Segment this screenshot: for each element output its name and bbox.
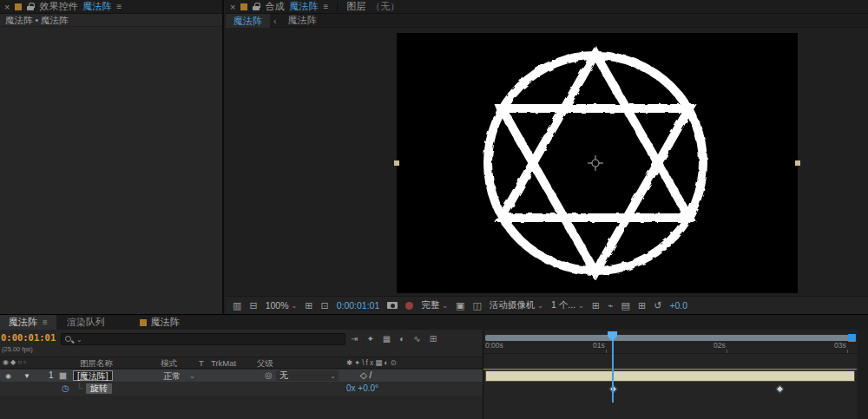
composition-stage <box>226 28 868 296</box>
tab-divider <box>337 2 338 12</box>
snapshot-icon[interactable] <box>387 302 398 309</box>
blend-mode-select[interactable]: 正常 <box>163 370 181 383</box>
property-name[interactable]: 旋转 <box>86 383 112 394</box>
rotation-value[interactable]: 0x +0.0° <box>346 383 378 393</box>
panel-menu-icon[interactable]: ≡ <box>323 2 328 11</box>
resolution-select[interactable]: 完整⌄ <box>421 299 448 311</box>
mini-flowchart-icon[interactable]: ⇥ <box>351 334 358 344</box>
panel-chip-icon <box>15 3 22 10</box>
column-parent[interactable]: 父级 <box>257 358 273 370</box>
layer-index: 1 <box>49 370 54 380</box>
column-layer-name[interactable]: 图层名称 <box>80 358 113 370</box>
layer-duration-bar[interactable] <box>485 370 855 382</box>
timeline-panel: 魔法阵 ≡ 渲染队列 魔法阵 0:00:01:01 (25.00 fps) ⌄ … <box>0 314 868 419</box>
camera-select[interactable]: 活动摄像机⌄ <box>490 299 543 311</box>
timeline-button-icon[interactable]: ▤ <box>621 300 630 311</box>
timeline-left: 0:00:01:01 (25.00 fps) ⌄ ⇥ ✦ ▦ ◐ ∿ ⊞ ◉◆○… <box>0 330 483 419</box>
composition-doc-title[interactable]: 魔法阵 <box>289 0 318 13</box>
chevron-down-icon: ⌄ <box>578 302 584 310</box>
panel-menu-icon[interactable]: ≡ <box>43 318 48 327</box>
frame-blend-icon[interactable]: ▦ <box>383 334 391 344</box>
viewer-lock-icon[interactable]: ▥ <box>233 300 241 311</box>
layer-row[interactable]: ◉ ▼ 1 [魔法阵] 正常 ⌄ ◎ 无 ⌄ ◇ / <box>0 370 483 383</box>
composition-canvas[interactable] <box>397 33 798 293</box>
ruler-label: 03s <box>834 341 846 350</box>
viewer-tabbar: 魔法阵 ‹ 魔法阵 <box>226 14 868 28</box>
column-trkmat[interactable]: TrkMat <box>211 358 236 368</box>
parent-select[interactable]: 无 ⌄ <box>276 370 339 381</box>
mask-visibility-icon[interactable]: ⊡ <box>320 300 328 311</box>
tab-render-queue[interactable]: 渲染队列 <box>56 316 115 329</box>
screen-icon[interactable]: ⊟ <box>249 300 257 311</box>
current-timecode[interactable]: 0:00:01:01 <box>1 332 56 343</box>
ruler-tick <box>606 350 607 353</box>
switches-column-icons: ✱✦\fx▦◐⊙ <box>346 358 398 367</box>
search-icon <box>65 335 74 344</box>
playhead-line[interactable] <box>612 331 614 403</box>
pickwhip-icon[interactable]: ◎ <box>265 370 273 380</box>
close-icon[interactable]: × <box>4 2 10 12</box>
graph-editor-icon[interactable]: ∿ <box>413 334 420 344</box>
transparency-grid-icon[interactable]: ◫ <box>472 300 481 311</box>
viewer-tab-other[interactable]: 魔法阵 <box>280 14 325 27</box>
work-area-end-handle[interactable] <box>848 334 856 342</box>
viewer-tab-active[interactable]: 魔法阵 <box>226 14 270 28</box>
search-input[interactable]: ⌄ <box>61 333 345 345</box>
draft-3d-icon[interactable]: ✦ <box>366 334 373 344</box>
close-icon[interactable]: × <box>230 2 235 12</box>
layer-type-icon <box>59 372 67 380</box>
av-feature-column-icons: ◉◆○▫ <box>3 358 28 366</box>
timeline-main: 0:00:01:01 (25.00 fps) ⌄ ⇥ ✦ ▦ ◐ ∿ ⊞ ◉◆○… <box>0 330 868 419</box>
roi-icon[interactable]: ▣ <box>456 300 464 311</box>
effect-controls-body <box>0 28 222 314</box>
time-ruler[interactable]: 0:00s 01s 02s 03s <box>483 330 868 354</box>
eye-icon[interactable]: ◉ <box>5 372 11 380</box>
exposure-value[interactable]: +0.0 <box>669 300 687 311</box>
stopwatch-icon[interactable]: ◷ <box>62 383 69 393</box>
layer-panel-doc: （无） <box>371 0 399 13</box>
effect-controls-tabstrip: × 效果控件 魔法阵 ≡ <box>0 0 222 14</box>
brainstorm-icon[interactable]: ⊞ <box>430 334 437 344</box>
panel-chip-icon <box>240 3 247 10</box>
flowchart-icon[interactable]: ⊞ <box>638 300 646 311</box>
exposure-reset-icon[interactable]: ↺ <box>654 300 661 311</box>
property-row-rotation[interactable]: ◷ └ 旋转 0x +0.0° <box>0 383 483 396</box>
fast-previews-icon[interactable]: ⌁ <box>608 300 614 311</box>
lock-icon[interactable] <box>253 3 260 10</box>
view-layout-select[interactable]: 1 个...⌄ <box>551 299 584 311</box>
chevron-down-icon: ⌄ <box>291 302 297 310</box>
channels-icon[interactable] <box>405 302 413 310</box>
tab-layer-panel[interactable]: 图层 <box>346 0 365 13</box>
chevron-down-icon: ⌄ <box>330 371 336 382</box>
grid-options-icon[interactable]: ⊞ <box>305 300 312 311</box>
tab-effect-controls[interactable]: 效果控件 <box>39 0 77 13</box>
composition-tabstrip: × 合成 魔法阵 ≡ 图层 （无） <box>226 0 868 14</box>
tab-timeline-comp[interactable]: 魔法阵 ≡ <box>0 315 56 330</box>
comp-timecode[interactable]: 0:00:01:01 <box>337 300 380 311</box>
chevron-left-icon[interactable]: ‹ <box>270 16 280 26</box>
chevron-down-icon: ⌄ <box>442 302 448 310</box>
motion-blur-icon[interactable]: ◐ <box>399 334 404 344</box>
column-t[interactable]: T <box>199 358 204 368</box>
effect-controls-doc-title[interactable]: 魔法阵 <box>82 0 111 13</box>
lock-icon[interactable] <box>27 3 34 10</box>
tab-timeline-comp2[interactable]: 魔法阵 <box>140 316 180 329</box>
timeline-tabstrip: 魔法阵 ≡ 渲染队列 魔法阵 <box>0 315 868 330</box>
panel-menu-icon[interactable]: ≡ <box>116 2 122 11</box>
zoom-select[interactable]: 100%⌄ <box>266 300 298 311</box>
twirl-down-icon[interactable]: ▼ <box>23 372 30 380</box>
work-area-bar[interactable] <box>485 335 855 341</box>
layer-handle-left[interactable] <box>394 160 399 166</box>
keyframe[interactable] <box>776 385 785 394</box>
column-mode[interactable]: 模式 <box>161 358 177 370</box>
chevron-down-icon: ⌄ <box>76 336 82 344</box>
ruler-label: 02s <box>713 341 726 350</box>
layer-name-field[interactable]: [魔法阵] <box>73 370 113 381</box>
tab-composition[interactable]: 合成 <box>265 0 284 13</box>
timeline-tracks: 0:00s 01s 02s 03s <box>483 330 868 419</box>
layer-switches[interactable]: ◇ / <box>360 370 372 380</box>
pixel-aspect-icon[interactable]: ⊞ <box>592 300 600 311</box>
layer-handle-right[interactable] <box>795 160 800 166</box>
chevron-down-icon: ⌄ <box>189 372 195 380</box>
comp-chip-icon <box>140 319 147 326</box>
